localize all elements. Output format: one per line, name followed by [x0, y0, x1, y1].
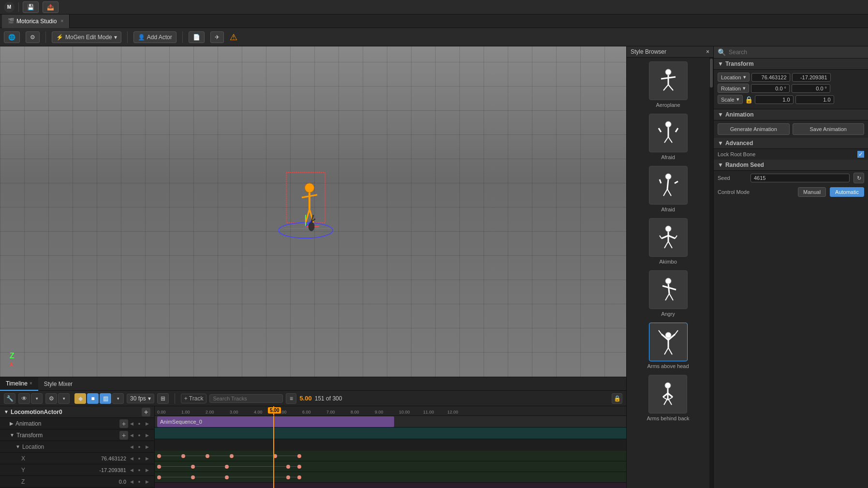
tab-timeline[interactable]: Timeline ×: [0, 377, 38, 391]
track-y[interactable]: Y -17.209381 ◀ ● ▶: [0, 464, 154, 476]
kf-y-5[interactable]: [297, 465, 301, 469]
track-ctrl-3[interactable]: ▶: [144, 420, 150, 427]
style-thumb-afraid-2[interactable]: [649, 166, 688, 205]
style-thumb-akimbo[interactable]: [649, 218, 688, 257]
style-item-afraid-2[interactable]: Afraid: [649, 166, 688, 212]
send-button[interactable]: ✈: [210, 31, 224, 43]
timeline-options-button[interactable]: ⊞: [157, 393, 169, 404]
mode-manual-button[interactable]: Manual: [798, 187, 826, 197]
track-x-ctrl-2[interactable]: ●: [136, 455, 143, 462]
keyframe-button-1[interactable]: ■: [87, 393, 99, 404]
location-y-input[interactable]: -17.209381: [792, 73, 831, 82]
tab-close-button[interactable]: ×: [60, 18, 63, 24]
mode-button[interactable]: ⚡ MoGen Edit Mode ▾: [52, 31, 121, 43]
wrench-button[interactable]: 🔧: [4, 393, 15, 404]
add-actor-button[interactable]: 👤 Add Actor: [133, 31, 177, 43]
scale-dropdown[interactable]: Scale ▾: [718, 95, 743, 104]
timeline-ruler-area[interactable]: 5.00 0.00 1.00 2.00 3.00 4.00 5.00 6.00 …: [155, 406, 626, 488]
seed-input[interactable]: [750, 174, 850, 182]
fps-button[interactable]: 30 fps ▾: [127, 394, 154, 403]
timeline-ruler[interactable]: 5.00 0.00 1.00 2.00 3.00 4.00 5.00 6.00 …: [155, 406, 626, 416]
mode-automatic-button[interactable]: Automatic: [830, 187, 864, 197]
track-y-ctrl-1[interactable]: ◀: [128, 467, 135, 473]
track-z[interactable]: Z 0.0 ◀ ● ▶: [0, 476, 154, 488]
track-y-ctrl-3[interactable]: ▶: [144, 467, 150, 473]
style-browser-close[interactable]: ×: [706, 48, 709, 55]
keyframe-button-2[interactable]: ▥: [100, 393, 111, 404]
track-y-ctrl-2[interactable]: ●: [136, 467, 143, 473]
track-transform-add[interactable]: +: [119, 431, 128, 440]
track-location-ctrl-2[interactable]: ●: [136, 444, 143, 450]
publish-button[interactable]: 📤: [43, 1, 59, 13]
seed-refresh-button[interactable]: ↻: [853, 173, 864, 183]
lock-button[interactable]: 🔒: [612, 393, 622, 404]
kf-x-6[interactable]: [297, 454, 301, 458]
add-track-button[interactable]: + Track: [181, 394, 207, 403]
expand-icon[interactable]: ▼: [4, 409, 9, 414]
track-z-ctrl-2[interactable]: ●: [136, 478, 143, 485]
track-add-button[interactable]: +: [142, 408, 150, 416]
style-item-arms-above-head[interactable]: Arms above head: [647, 323, 689, 369]
search-input[interactable]: [729, 49, 864, 56]
style-thumb-arms-behind-back[interactable]: [648, 375, 687, 414]
style-item-arms-behind-back[interactable]: Arms behind back: [647, 375, 689, 421]
location-dropdown[interactable]: Location ▾: [718, 73, 750, 82]
style-thumb-angry[interactable]: [649, 270, 688, 309]
scale-lock-icon[interactable]: 🔒: [745, 96, 753, 104]
random-seed-section-header[interactable]: ▼ Random Seed: [714, 160, 868, 171]
eye-dropdown[interactable]: ▾: [31, 393, 43, 404]
expand-icon-transform[interactable]: ▼: [10, 432, 15, 438]
track-ctrl-1[interactable]: ◀: [128, 420, 135, 427]
track-location-ctrl-1[interactable]: ◀: [128, 444, 135, 450]
tab-timeline-close[interactable]: ×: [29, 381, 32, 386]
style-thumb-aeroplane[interactable]: [649, 61, 688, 100]
viewport[interactable]: Z X: [0, 46, 626, 377]
track-x[interactable]: X 76.463122 ◀ ● ▶: [0, 453, 154, 464]
search-tracks-input[interactable]: [209, 394, 283, 403]
transform-section-header[interactable]: ▼ Transform: [714, 59, 868, 70]
track-z-ctrl-3[interactable]: ▶: [144, 478, 150, 485]
rotation-dropdown[interactable]: Rotation ▾: [718, 84, 749, 93]
track-locomotion-actor[interactable]: ▼ LocomotionActor0 +: [0, 406, 154, 418]
style-thumb-arms-above-head[interactable]: [649, 323, 688, 361]
style-thumb-afraid-1[interactable]: [649, 114, 688, 152]
eye-button[interactable]: 👁: [18, 393, 30, 404]
keyframe-dropdown[interactable]: ▾: [112, 393, 124, 404]
style-item-afraid-1[interactable]: Afraid: [649, 114, 688, 160]
track-transform[interactable]: ▼ Transform + ◀ ● ▶: [0, 429, 154, 441]
track-location-ctrl-3[interactable]: ▶: [144, 444, 150, 450]
settings-dropdown[interactable]: ▾: [58, 393, 70, 404]
scale-x-input[interactable]: 1.0: [755, 95, 794, 104]
style-item-akimbo[interactable]: Akimbo: [649, 218, 688, 265]
save-button[interactable]: 💾: [23, 1, 39, 13]
track-transform-ctrl-1[interactable]: ◀: [128, 432, 135, 439]
track-anim-add[interactable]: +: [119, 419, 128, 428]
timeline-tracks[interactable]: AnimSequence_0: [155, 416, 626, 488]
tab-style-mixer[interactable]: Style Mixer: [38, 377, 78, 391]
style-browser-scrollbar-thumb[interactable]: [710, 59, 713, 88]
track-x-ctrl-1[interactable]: ◀: [128, 455, 135, 462]
style-browser-scrollbar[interactable]: [709, 58, 713, 488]
advanced-section-header[interactable]: ▼ Advanced: [714, 138, 868, 149]
track-x-ctrl-3[interactable]: ▶: [144, 455, 150, 462]
track-z-ctrl-1[interactable]: ◀: [128, 478, 135, 485]
style-item-angry[interactable]: Angry: [649, 270, 688, 317]
world-icon-button[interactable]: 🌐: [4, 31, 20, 43]
lock-root-bone-checkbox[interactable]: ✓: [857, 151, 864, 158]
rotation-y-input[interactable]: 0.0 °: [792, 84, 830, 93]
track-location[interactable]: ▼ Location ◀ ● ▶: [0, 441, 154, 453]
track-transform-ctrl-3[interactable]: ▶: [144, 432, 150, 439]
rotation-x-input[interactable]: 0.0 °: [751, 84, 790, 93]
settings-icon-button[interactable]: ⚙: [26, 31, 40, 43]
animation-section-header[interactable]: ▼ Animation: [714, 109, 868, 120]
anim-sequence-block[interactable]: AnimSequence_0: [157, 416, 394, 427]
track-animation[interactable]: ▶ Animation + ◀ ● ▶: [0, 418, 154, 429]
settings-button[interactable]: ⚙: [45, 393, 57, 404]
filter-button[interactable]: ≡: [286, 393, 296, 404]
doc-button[interactable]: 📄: [189, 31, 205, 43]
expand-icon-location[interactable]: ▼: [15, 444, 20, 449]
track-ctrl-2[interactable]: ●: [136, 420, 143, 427]
main-tab[interactable]: 🎬 Motorica Studio ×: [2, 15, 70, 28]
save-animation-button[interactable]: Save Animation: [793, 123, 865, 135]
kf-z-5[interactable]: [297, 475, 301, 479]
